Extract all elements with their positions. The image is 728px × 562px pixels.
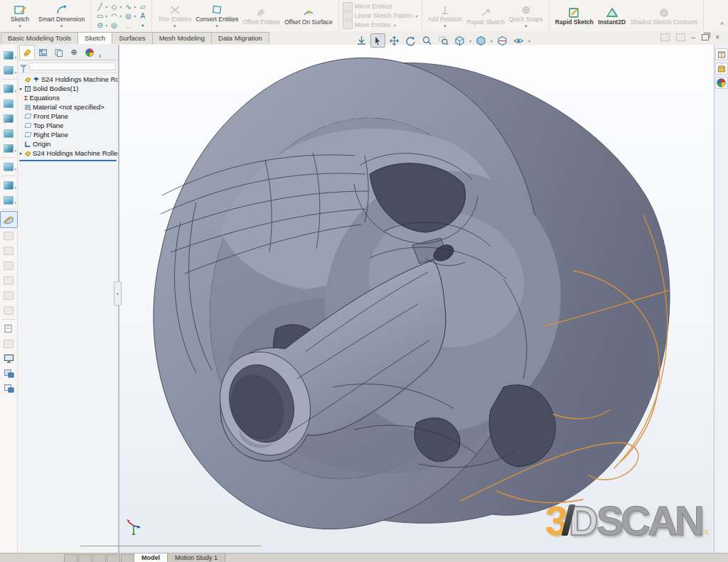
document-icon-1[interactable]: [660, 33, 670, 41]
tree-item-front-plane[interactable]: Front Plane: [18, 112, 118, 121]
polygon-caret[interactable]: ▾: [119, 4, 122, 9]
visibility-icon[interactable]: [511, 33, 526, 48]
toolbar-icon-curve[interactable]: ▾: [1, 193, 16, 207]
tree-item-part-root[interactable]: S24 Holdings Machine Roller Asse: [18, 75, 118, 84]
polygon-tool[interactable]: ◇▾: [109, 2, 122, 11]
display-manager-tab-icon[interactable]: [82, 45, 97, 60]
point-tool[interactable]: ▪: [137, 21, 148, 30]
close-button[interactable]: ×: [715, 34, 719, 41]
select-cursor-icon[interactable]: [370, 33, 385, 48]
feature-tree-tab-icon[interactable]: [19, 45, 35, 60]
toolbar-icon-surface-4[interactable]: [1, 126, 16, 141]
rectangle-caret[interactable]: ▾: [105, 13, 107, 18]
toolbar-icon-pattern[interactable]: ▾: [1, 159, 16, 174]
active-sketch-tool-button[interactable]: [0, 211, 18, 228]
tab-scroll-menu[interactable]: [121, 554, 134, 562]
design-library-icon[interactable]: [715, 48, 728, 60]
toolbar-icon-disabled-4: [1, 273, 16, 288]
spline-caret[interactable]: ▾: [134, 4, 136, 9]
tree-item-material[interactable]: Material <not specified>: [18, 102, 118, 112]
zoom-area-icon[interactable]: [436, 33, 451, 48]
toolbar-icon-monitor[interactable]: [1, 351, 16, 366]
tree-item-solid-bodies[interactable]: ▸ Solid Bodies(1): [18, 84, 118, 93]
display-style-caret[interactable]: ▾: [491, 38, 493, 43]
tab-scroll-last[interactable]: [107, 554, 120, 562]
motion-study-tab[interactable]: Motion Study 1: [168, 553, 225, 562]
circle2-tool[interactable]: ◎: [109, 21, 122, 30]
smart-dimension-dropdown-caret[interactable]: ▾: [60, 23, 63, 28]
fit-view-icon[interactable]: [354, 33, 369, 48]
fm-tabs-overflow-chevron[interactable]: ›: [99, 52, 101, 60]
panel-splitter-handle[interactable]: [114, 281, 122, 306]
document-icon-2[interactable]: [676, 33, 685, 41]
expander-icon[interactable]: ▸: [18, 86, 24, 92]
view-orientation-caret[interactable]: ▾: [469, 38, 471, 43]
toolbar-icon-copy-settings-1[interactable]: [1, 366, 16, 381]
toolbar-icon-surface-1[interactable]: ▾: [1, 81, 16, 96]
expander-icon[interactable]: ▸: [18, 151, 24, 156]
tab-scroll-first[interactable]: [64, 554, 77, 562]
sketch-dropdown-caret[interactable]: ▾: [18, 23, 21, 28]
smart-dimension-button[interactable]: Smart Dimension ▾: [36, 3, 87, 29]
tree-item-part-body[interactable]: ▸ S24 Holdings Machine Roller Asse: [18, 148, 118, 158]
zoom-icon[interactable]: [419, 33, 434, 48]
instant2d-button[interactable]: Instant2D: [596, 6, 628, 26]
toolbar-icon-surface-3[interactable]: [1, 111, 16, 126]
convert-entities-button[interactable]: Convert Entities ▾: [193, 3, 240, 29]
rectangle-tool[interactable]: ▭▾: [95, 11, 108, 21]
dimxpert-tab-icon[interactable]: ⊕: [66, 45, 82, 60]
tab-scroll-prev[interactable]: [78, 554, 92, 562]
toolbar-icon-features-2[interactable]: ▾: [1, 63, 16, 77]
toolbar-icon-surface-2[interactable]: [1, 96, 16, 111]
toolbar-icon-copy-settings-2[interactable]: [1, 381, 16, 396]
toolbar-icon-features-1[interactable]: ▾: [1, 48, 16, 63]
rotate-view-icon[interactable]: [403, 33, 418, 48]
tab-surfaces[interactable]: Surfaces: [112, 32, 153, 44]
line-caret[interactable]: ▾: [105, 4, 107, 9]
toolbar-icon-sheet[interactable]: [1, 321, 16, 336]
ribbon-collapse-chevron[interactable]: ^: [720, 21, 724, 29]
toolbar-icon-surface-5[interactable]: ▾: [1, 141, 16, 156]
rapid-sketch-button[interactable]: Rapid Sketch: [553, 6, 596, 26]
tab-scroll-next[interactable]: [92, 554, 106, 562]
color-wheel-icon[interactable]: [715, 77, 728, 89]
display-style-icon[interactable]: [473, 33, 488, 48]
appearances-icon[interactable]: [715, 63, 728, 75]
configuration-tab-icon[interactable]: [50, 45, 66, 60]
tab-sketch[interactable]: Sketch: [77, 32, 112, 44]
tree-filter-input[interactable]: [29, 63, 116, 70]
tree-item-equations[interactable]: Σ Equations: [18, 93, 118, 102]
model-tab[interactable]: Model: [134, 553, 168, 562]
rollback-bar[interactable]: [19, 160, 117, 161]
spline-tool[interactable]: ∿▾: [123, 2, 136, 11]
line-tool[interactable]: ╱▾: [95, 2, 108, 11]
arc2-tool[interactable]: ◡: [123, 21, 136, 30]
offset-on-surface-button[interactable]: Offset On Surface: [282, 6, 335, 26]
convert-caret[interactable]: ▾: [215, 23, 218, 28]
sketch-button[interactable]: Sketch ▾: [4, 3, 36, 29]
toolbar-icon-wrap[interactable]: ▾: [1, 178, 16, 193]
visibility-caret[interactable]: ▾: [528, 38, 530, 43]
graphics-viewport[interactable]: 3 D SCAN ir: [119, 45, 714, 553]
view-orientation-icon[interactable]: [452, 33, 467, 48]
slot-caret[interactable]: ▾: [105, 23, 107, 28]
tree-item-origin[interactable]: Origin: [18, 139, 118, 148]
tab-mesh-modeling[interactable]: Mesh Modeling: [152, 32, 212, 44]
arc-tool[interactable]: ◠▾: [109, 11, 122, 21]
tree-item-top-plane[interactable]: Top Plane: [18, 121, 118, 130]
tab-basic-modeling-tools[interactable]: Basic Modeling Tools: [1, 32, 78, 44]
tab-data-migration[interactable]: Data Migration: [211, 32, 269, 44]
sketch-plane-tool[interactable]: ▱: [137, 2, 148, 11]
section-view-icon[interactable]: [495, 33, 510, 48]
circle-tool[interactable]: ◎▾: [123, 11, 136, 21]
circle-caret[interactable]: ▾: [134, 13, 136, 18]
pan-icon[interactable]: [387, 33, 402, 48]
minimize-button[interactable]: –: [692, 34, 696, 41]
property-manager-tab-icon[interactable]: [35, 45, 50, 60]
text-tool[interactable]: A: [137, 11, 148, 21]
slot-tool[interactable]: ⊖▾: [95, 21, 108, 30]
tree-item-right-plane[interactable]: Right Plane: [18, 130, 118, 139]
arc-caret[interactable]: ▾: [119, 13, 122, 18]
motion-manager-divider[interactable]: [80, 546, 261, 546]
restore-button[interactable]: [702, 34, 709, 40]
